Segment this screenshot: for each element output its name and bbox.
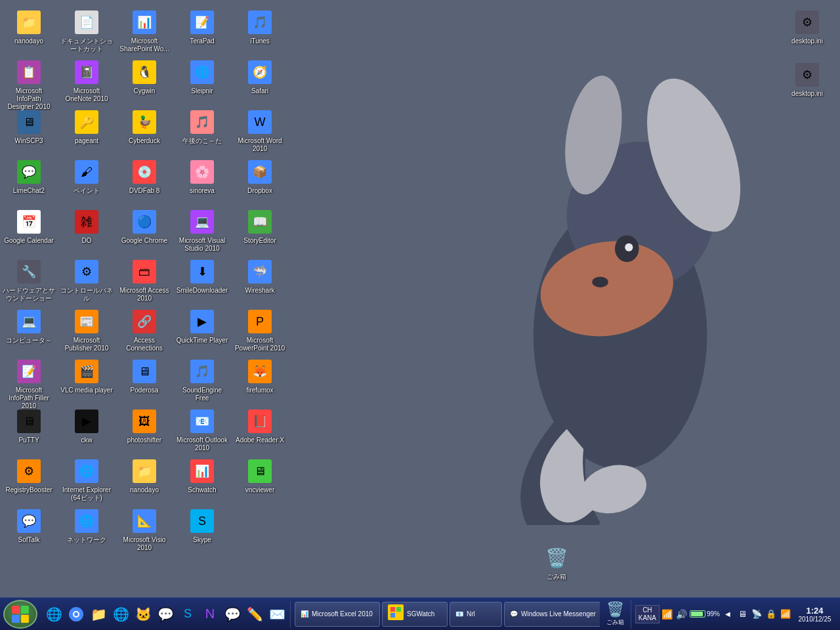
desktop-icon-poderosa[interactable]: 🖥Poderosa	[116, 354, 173, 404]
battery-indicator[interactable]: 99%	[690, 610, 720, 618]
desktop-icon-terapad[interactable]: 📝TeraPad	[173, 5, 231, 55]
desktop-icon-document_shortcut[interactable]: 📄ドキュメントショートカット	[58, 5, 116, 55]
clock-time: 1:24	[806, 606, 823, 616]
svg-text:W: W	[255, 116, 266, 129]
desktop-icon-schwatch[interactable]: 📊Schwatch	[173, 454, 231, 504]
ql-cat-icon[interactable]: 🐱	[133, 604, 154, 625]
desktop-icon-gogo_neko[interactable]: 🎵午後のこ～た	[173, 105, 231, 155]
desktop-icon-pageant[interactable]: 🔑pageant	[58, 105, 116, 155]
desktop-icon-nanodayo2[interactable]: 📁nanodayo	[116, 454, 173, 504]
sgwatch-taskbar-app[interactable]: SGWatch	[382, 602, 448, 627]
desktop-icon-sleipnir[interactable]: 🌐Sleipnir	[173, 55, 231, 105]
nrl-taskbar-app[interactable]: 📧 Nrl	[450, 602, 502, 627]
desktop_ini_1-label: desktop.ini	[791, 37, 823, 45]
tray-icon-1[interactable]: 🖥	[736, 608, 749, 621]
desktop-icon-putty[interactable]: 🖥PuTTY	[0, 404, 58, 454]
computer-label: コンピュータ～	[6, 337, 52, 345]
svg-point-127	[74, 612, 78, 616]
svg-text:📓: 📓	[79, 65, 94, 79]
desktop-icon-publisher[interactable]: 📰Microsoft Publisher 2010	[58, 304, 116, 354]
desktop-icon-powerpoint[interactable]: PMicrosoft PowerPoint 2010	[231, 304, 289, 354]
ime-indicator[interactable]: CH KANA	[635, 605, 660, 623]
svg-text:📝: 📝	[195, 15, 210, 30]
right-icon-desktop_ini_2[interactable]: ⚙desktop.ini	[778, 58, 837, 108]
desktop-icon-chrome[interactable]: 🔵Google Chrome	[116, 205, 173, 255]
vlc-label: VLC media player	[60, 387, 112, 394]
desktop-icon-itunes[interactable]: 🎵iTunes	[231, 5, 289, 55]
desktop-icon-winscp[interactable]: 🖥WinSCP3	[0, 105, 58, 155]
desktop-icon-smiledownloader[interactable]: ⬇SmileDownloader	[173, 255, 231, 304]
tray-expand-icon[interactable]: ◀	[721, 608, 734, 621]
desktop-icon-infopath_filler[interactable]: 📝Microsoft InfoPath Filler 2010	[0, 354, 58, 404]
tray-speaker-icon[interactable]: 🔊	[675, 608, 688, 621]
start-button[interactable]	[3, 600, 37, 629]
excel-taskbar-app[interactable]: 📊 Microsoft Excel 2010	[295, 602, 380, 627]
messenger-taskbar-app[interactable]: 💬 Windows Live Messenger	[504, 602, 600, 627]
ql-skype-icon[interactable]: S	[177, 604, 198, 625]
taskbar-apps-area: 📊 Microsoft Excel 2010 SGWatch 📧 Nrl 💬 W…	[291, 600, 600, 629]
desktop-icon-access_conn[interactable]: 🔗Access Connections	[116, 304, 173, 354]
ql-mail-icon[interactable]: ✉️	[266, 604, 287, 625]
desktop-icon-registrybooster[interactable]: ⚙RegistryBooster	[0, 454, 58, 504]
tray-icon-3[interactable]: 🔒	[765, 608, 778, 621]
desktop-icon-paint[interactable]: 🖌ペイント	[58, 155, 116, 205]
powerpoint-label: Microsoft PowerPoint 2010	[234, 337, 286, 352]
desktop-icon-quicktime[interactable]: ▶QuickTime Player	[173, 304, 231, 354]
desktop-icon-wireshark[interactable]: 🦈Wireshark	[231, 255, 289, 304]
document_shortcut-label: ドキュメントショートカット	[60, 37, 113, 53]
ql-network-icon[interactable]: 🌐	[110, 604, 131, 625]
desktop-icon-onenote[interactable]: 📓Microsoft OneNote 2010	[58, 55, 116, 105]
desktop-icon-vncviewer[interactable]: 🖥vncviewer	[231, 454, 289, 504]
desktop-icon-do_app[interactable]: 雑DO	[58, 205, 116, 255]
ql-pencil-icon[interactable]: ✏️	[244, 604, 265, 625]
recycle-bin-taskbar[interactable]: 🗑️ ごみ箱	[600, 601, 631, 627]
schwatch-icon: 📊	[189, 458, 215, 484]
desktop-icon-adobe_reader[interactable]: 📕Adobe Reader X	[231, 404, 289, 454]
ql-green-icon[interactable]: 💬	[222, 604, 243, 625]
desktop-icon-ckw[interactable]: ▶ckw	[58, 404, 116, 454]
photoshifter-icon: 🖼	[131, 408, 158, 434]
desktop-icon-nanodayo1[interactable]: 📁nanodayo	[0, 5, 58, 55]
recycle-bin-taskbar-icon: 🗑️	[606, 601, 624, 618]
desktop-icon-skype[interactable]: SSkype	[173, 504, 231, 554]
clock-area[interactable]: 1:24 2010/12/25	[793, 606, 836, 623]
desktop-icon-access[interactable]: 🗃Microsoft Access 2010	[116, 255, 173, 304]
desktop-icon-dvdfab[interactable]: 💿DVDFab 8	[116, 155, 173, 205]
desktop-icon-infopath_designer[interactable]: 📋Microsoft InfoPath Designer 2010	[0, 55, 58, 105]
desktop-icon-photoshifter[interactable]: 🖼photoshifter	[116, 404, 173, 454]
desktop-icon-limechat[interactable]: 💬LimeChat2	[0, 155, 58, 205]
ql-chrome-icon[interactable]	[66, 604, 87, 625]
desktop-icon-hardware_show[interactable]: 🔧ハードウェアとサウンドーショー	[0, 255, 58, 304]
svg-text:💻: 💻	[195, 215, 210, 229]
desktop-icon-storyeditor[interactable]: 📖StoryEditor	[231, 205, 289, 255]
ql-ie-icon[interactable]: 🌐	[43, 604, 64, 625]
desktop-icon-computer[interactable]: 💻コンピュータ～	[0, 304, 58, 354]
tray-network-icon[interactable]: 📶	[661, 608, 674, 621]
recycle-bin-desktop[interactable]: 🗑️ ごみ箱	[528, 541, 585, 588]
right-icon-desktop_ini_1[interactable]: ⚙desktop.ini	[778, 5, 837, 55]
desktop-icon-ie64[interactable]: 🌐Internet Explorer (64ビット)	[58, 454, 116, 504]
desktop-icon-dropbox[interactable]: 📦Dropbox	[231, 155, 289, 205]
desktop-icon-visio[interactable]: 📐Microsoft Visio 2010	[116, 504, 173, 554]
desktop-icon-word[interactable]: WMicrosoft Word 2010	[231, 105, 289, 155]
desktop-icon-vs2010[interactable]: 💻Microsoft Visual Studio 2010	[173, 205, 231, 255]
ql-folder-icon[interactable]: 📁	[88, 604, 109, 625]
desktop-icon-vlc[interactable]: 🎬VLC media player	[58, 354, 116, 404]
desktop-icon-control_panel[interactable]: ⚙コントロールパネル	[58, 255, 116, 304]
desktop-icon-cygwin[interactable]: 🐧Cygwin	[116, 55, 173, 105]
ql-onenote-icon[interactable]: N	[200, 604, 220, 625]
desktop-icon-cyberduck[interactable]: 🦆Cyberduck	[116, 105, 173, 155]
desktop-icon-network[interactable]: 🌐ネットワーク	[58, 504, 116, 554]
desktop-icon-sharepoint[interactable]: 📊Microsoft SharePoint Wo...	[116, 5, 173, 55]
desktop-icon-safari[interactable]: 🧭Safari	[231, 55, 289, 105]
desktop-icon-outlook[interactable]: 📧Microsoft Outlook 2010	[173, 404, 231, 454]
tray-icon-2[interactable]: 📡	[750, 608, 763, 621]
desktop-icon-google_calendar[interactable]: 📅Google Calendar	[0, 205, 58, 255]
desktop-icon-firefumox[interactable]: 🦊firefumox	[231, 354, 289, 404]
desktop-icon-softalk[interactable]: 💬SofTalk	[0, 504, 58, 554]
desktop-icon-sinoreva[interactable]: 🌸sinoreva	[173, 155, 231, 205]
tray-icon-4[interactable]: 📶	[779, 608, 792, 621]
desktop-icon-soundengine[interactable]: 🎵SoundEngine Free	[173, 354, 231, 404]
ql-msn-icon[interactable]: 💬	[155, 604, 176, 625]
desktop_ini_2-icon: ⚙	[794, 62, 820, 88]
